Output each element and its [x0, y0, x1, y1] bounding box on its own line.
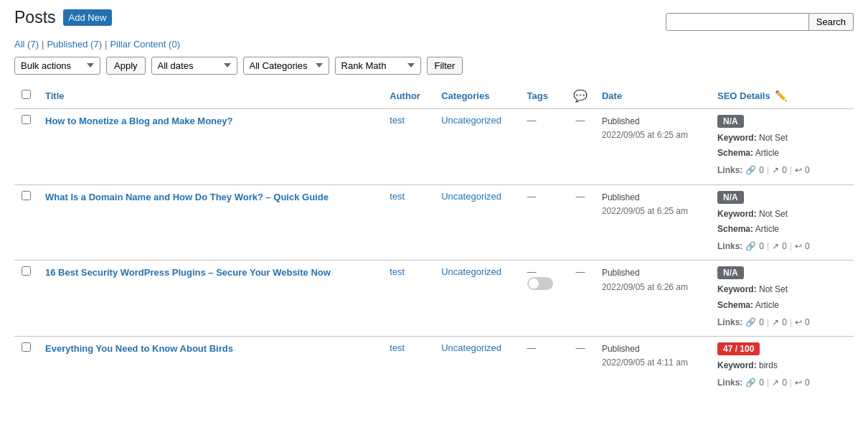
sub-nav-all[interactable]: All (7) [14, 39, 39, 50]
bulk-actions-select[interactable]: Bulk actions [14, 57, 100, 75]
link-icon-internal: 🔗 [745, 375, 756, 391]
link-icon-external: ↗ [772, 375, 779, 391]
post-seo-cell: N/AKeyword: Not SetSchema: ArticleLinks:… [710, 261, 854, 337]
posts-table: Title Author Categories Tags 💬 Date SEO … [14, 83, 854, 397]
table-row: 16 Best Security WordPress Plugins – Sec… [14, 261, 854, 337]
post-title-cell: Everything You Need to Know About Birds [38, 337, 382, 397]
filter-button[interactable]: Filter [427, 57, 463, 75]
filter-bar: Bulk actions Apply All dates All Categor… [14, 57, 854, 75]
post-comments-cell: — [566, 184, 595, 261]
incoming-links-count: 0 [805, 315, 810, 331]
sub-nav-published[interactable]: Published (7) [47, 39, 102, 50]
search-button[interactable]: Search [809, 13, 854, 31]
col-header-comments: 💬 [566, 83, 595, 109]
date-status: Published [602, 344, 640, 354]
seo-score-badge: N/A [717, 191, 744, 204]
link-icon-external: ↗ [772, 239, 779, 255]
post-author-cell: test [382, 337, 434, 397]
sub-nav-pillar[interactable]: Pillar Content (0) [110, 39, 180, 50]
post-tags-cell: — [520, 337, 566, 397]
rank-math-select[interactable]: Rank Math [335, 57, 421, 75]
keyword-label: Keyword: [717, 209, 757, 219]
schema-value: Article [755, 148, 779, 158]
link-icon-incoming: ↩ [795, 315, 802, 331]
post-author-cell: test [382, 261, 434, 337]
edit-icon[interactable]: ✏️ [775, 90, 787, 101]
apply-button[interactable]: Apply [106, 57, 146, 75]
post-categories-cell: Uncategorized [434, 261, 519, 337]
date-status: Published [602, 268, 640, 278]
row-checkbox[interactable] [22, 342, 31, 352]
author-link[interactable]: test [390, 115, 405, 126]
link-icon-incoming: ↩ [795, 239, 802, 255]
col-header-tags: Tags [520, 83, 566, 109]
link-icon-incoming: ↩ [795, 375, 802, 391]
link-icon-incoming: ↩ [795, 163, 802, 179]
row-checkbox[interactable] [22, 115, 31, 124]
all-dates-select[interactable]: All dates [151, 57, 237, 75]
row-checkbox[interactable] [22, 191, 31, 200]
toggle-switch[interactable] [527, 277, 553, 290]
post-tags-cell: — [520, 184, 566, 261]
post-date-cell: Published2022/09/05 at 6:25 am [595, 184, 710, 261]
tags-value: — [527, 115, 537, 126]
tags-value: — [527, 266, 537, 277]
external-links-count: 0 [782, 315, 787, 331]
category-link[interactable]: Uncategorized [441, 115, 501, 126]
seo-meta: Keyword: Not SetSchema: ArticleLinks: 🔗 … [717, 282, 846, 330]
link-icon-external: ↗ [772, 163, 779, 179]
seo-meta: Keyword: Not SetSchema: ArticleLinks: 🔗 … [717, 207, 846, 255]
post-comments-cell: — [566, 261, 595, 337]
external-links-count: 0 [782, 163, 787, 179]
internal-links-count: 0 [759, 315, 764, 331]
post-title-link[interactable]: What Is a Domain Name and How Do They Wo… [45, 191, 375, 204]
table-row: Everything You Need to Know About Birdst… [14, 337, 854, 397]
select-all-checkbox[interactable] [22, 90, 31, 99]
author-link[interactable]: test [390, 191, 405, 202]
post-tags-cell: — [520, 261, 566, 337]
post-title-cell: 16 Best Security WordPress Plugins – Sec… [38, 261, 382, 337]
category-link[interactable]: Uncategorized [441, 266, 501, 277]
external-links-count: 0 [782, 239, 787, 255]
keyword-label: Keyword: [717, 284, 757, 294]
comments-value: — [575, 191, 585, 202]
schema-label: Schema: [717, 300, 753, 310]
date-value: 2022/09/05 at 4:11 am [602, 357, 688, 368]
incoming-links-count: 0 [805, 239, 810, 255]
sub-nav: All (7) | Published (7) | Pillar Content… [14, 39, 854, 50]
keyword-value: Not Set [759, 133, 788, 143]
comments-value: — [575, 266, 585, 277]
post-date-cell: Published2022/09/05 at 6:26 am [595, 261, 710, 337]
seo-score-badge: N/A [717, 115, 744, 128]
incoming-links-count: 0 [805, 375, 810, 391]
internal-links-count: 0 [759, 375, 764, 391]
author-link[interactable]: test [390, 266, 405, 277]
post-title-link[interactable]: How to Monetize a Blog and Make Money? [45, 115, 375, 128]
post-comments-cell: — [566, 108, 595, 184]
category-link[interactable]: Uncategorized [441, 191, 501, 202]
table-row: What Is a Domain Name and How Do They Wo… [14, 184, 854, 261]
category-link[interactable]: Uncategorized [441, 342, 501, 353]
row-checkbox[interactable] [22, 266, 31, 276]
date-status: Published [602, 192, 640, 202]
links-row: Links: 🔗 0 | ↗ 0 | ↩ 0 [717, 375, 846, 391]
link-icon-internal: 🔗 [745, 239, 756, 255]
links-label: Links: [717, 239, 742, 255]
keyword-label: Keyword: [717, 360, 757, 370]
keyword-value: Not Set [759, 284, 788, 294]
post-title-link[interactable]: 16 Best Security WordPress Plugins – Sec… [45, 266, 375, 279]
post-title-link[interactable]: Everything You Need to Know About Birds [45, 342, 375, 355]
search-input[interactable] [666, 13, 809, 31]
comment-bubble-icon: 💬 [573, 90, 588, 102]
links-row: Links: 🔗 0 | ↗ 0 | ↩ 0 [717, 315, 846, 331]
add-new-button[interactable]: Add New [63, 9, 113, 26]
date-value: 2022/09/05 at 6:26 am [602, 282, 688, 292]
all-categories-select[interactable]: All Categories [243, 57, 329, 75]
date-value: 2022/09/05 at 6:25 am [602, 206, 688, 216]
author-link[interactable]: test [390, 342, 405, 353]
seo-details-link[interactable]: SEO Details [717, 90, 770, 101]
post-author-cell: test [382, 184, 434, 261]
date-status: Published [602, 116, 640, 126]
post-date-cell: Published2022/09/05 at 4:11 am [595, 337, 710, 397]
incoming-links-count: 0 [805, 163, 810, 179]
